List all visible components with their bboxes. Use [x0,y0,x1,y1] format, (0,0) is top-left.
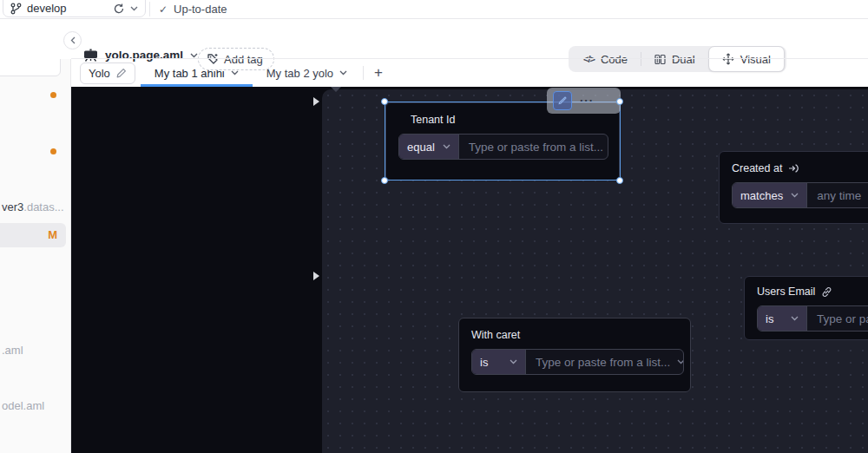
value-placeholder: Type or paste from a list... [469,141,603,154]
sync-status-label: Up-to-date [174,3,227,16]
file-label-gray: .datas... [23,200,63,213]
header-border [71,58,868,59]
topbar: develop ✓ Up-to-date [0,0,868,19]
filter-card-title: With caret [471,329,678,341]
operator-label: is [766,312,773,325]
filter-card-title: Created at [732,162,868,174]
value-input[interactable]: Type or paste from a list... [526,350,683,374]
view-mode-switch: </> Code Dual Visual [569,46,786,72]
selection-handle[interactable] [381,98,388,105]
chevron-down-icon [791,316,799,321]
value-input[interactable]: Type or paste from a list... [459,135,608,159]
pencil-icon[interactable] [116,68,127,78]
filter-card-with-caret[interactable]: With caret is Type or paste from a list.… [458,318,691,392]
check-icon: ✓ [159,3,168,16]
code-mode-label: Code [601,53,628,66]
edit-pen-icon [557,95,568,106]
filter-control: equal Type or paste from a list... [398,134,608,160]
page-board-icon [83,49,98,62]
file-selector[interactable]: yolo.page.aml [83,49,198,62]
split-view-icon [654,54,666,65]
chevron-down-icon[interactable] [130,6,138,11]
value-input[interactable]: any time [807,183,868,207]
filter-card-created-at[interactable]: Created at matches any time [719,151,868,224]
link-icon [821,286,832,298]
operator-dropdown[interactable]: equal [399,135,459,159]
operator-dropdown[interactable]: is [472,350,526,374]
panel-expand-arrow-icon[interactable] [313,272,319,280]
sync-status: ✓ Up-to-date [159,0,227,18]
jump-to-icon [788,163,799,174]
chevron-down-icon[interactable] [231,70,239,76]
operator-dropdown[interactable]: matches [733,183,807,207]
app-window: develop ✓ Up-to-date yolo.page.aml Add t… [0,0,868,453]
visual-mode-label: Visual [740,53,771,66]
modified-badge: M [48,228,57,241]
chevron-down-icon[interactable] [677,359,683,364]
filter-card-title: Users Email [757,286,868,298]
chevron-down-icon [443,144,450,149]
panel-expand-arrow-icon[interactable] [313,97,319,106]
tag-plus-icon [207,53,219,65]
filter-card-title: Tenant Id [411,114,607,126]
sidebar-item-aml[interactable]: .aml [2,344,23,357]
chevron-left-icon [70,36,76,44]
add-tag-button[interactable]: Add tag [198,48,274,70]
filter-card-title-label: Users Email [757,286,815,298]
operator-label: is [480,356,488,369]
filter-card-title-label: Created at [732,162,782,174]
value-input[interactable]: Type or paste from a list... [807,306,868,331]
add-tag-label: Add tag [224,53,263,66]
file-sidebar: + Add ver3.datas... M .aml odel.aml [0,19,71,453]
filter-card-tenant-id[interactable]: Tenant Id equal Type or paste from a lis… [385,102,620,181]
code-mode-button[interactable]: </> Code [570,46,641,72]
code-icon: </> [583,54,595,64]
filter-tool-button[interactable] [553,91,572,110]
modified-dot-icon [50,92,56,98]
chevron-down-icon [510,359,517,364]
git-branch-icon [10,3,22,15]
branch-selector[interactable]: develop [3,0,146,17]
topbar-divider [149,2,150,16]
selection-handle[interactable] [616,98,623,105]
page-chip-label: Yolo [89,67,110,80]
modified-dot-icon [50,148,56,154]
sidebar-item-model-aml[interactable]: odel.aml [2,399,44,412]
filter-control: matches any time [732,182,868,208]
card-hover-toolbar: ··· [547,88,621,114]
value-placeholder: Type or paste from a list... [817,312,868,325]
operator-label: equal [407,141,435,154]
filter-control: is Type or paste from a list... [471,349,684,375]
sidebar-item-dataset[interactable]: ver3.datas... [2,200,64,213]
tab2-label: My tab 2 yolo [266,67,333,80]
branch-name: develop [27,2,113,15]
selection-handle[interactable] [616,177,623,184]
filter-card-users-email[interactable]: Users Email is Type or paste from a list… [744,276,868,340]
file-label-dark: ver3 [2,200,23,213]
sync-icon[interactable] [113,3,125,15]
collapse-sidebar-button[interactable] [63,31,82,49]
dual-mode-button[interactable]: Dual [641,46,708,72]
chevron-down-icon [791,193,799,198]
page-name-chip[interactable]: Yolo [80,62,135,84]
panel-collapse-arrow-icon[interactable] [331,87,341,92]
more-options-button[interactable]: ··· [580,96,594,105]
tab-divider [363,66,364,80]
visual-mode-button[interactable]: Visual [708,46,785,72]
sidebar-item-selected[interactable]: M [0,223,66,247]
dual-mode-label: Dual [672,53,695,66]
filter-control: is Type or paste from a list... [757,305,868,332]
add-tab-button[interactable]: + [365,64,391,82]
move-arrows-icon [722,53,734,65]
selection-handle[interactable] [381,177,388,184]
value-placeholder: any time [817,189,861,202]
chevron-down-icon[interactable] [190,53,198,58]
value-placeholder: Type or paste from a list... [536,356,670,369]
operator-label: matches [740,189,783,202]
file-name: yolo.page.aml [105,49,183,62]
header-row: yolo.page.aml Add tag </> Code Dual Visu… [0,19,868,59]
chevron-down-icon[interactable] [339,70,347,76]
operator-dropdown[interactable]: is [758,306,807,331]
